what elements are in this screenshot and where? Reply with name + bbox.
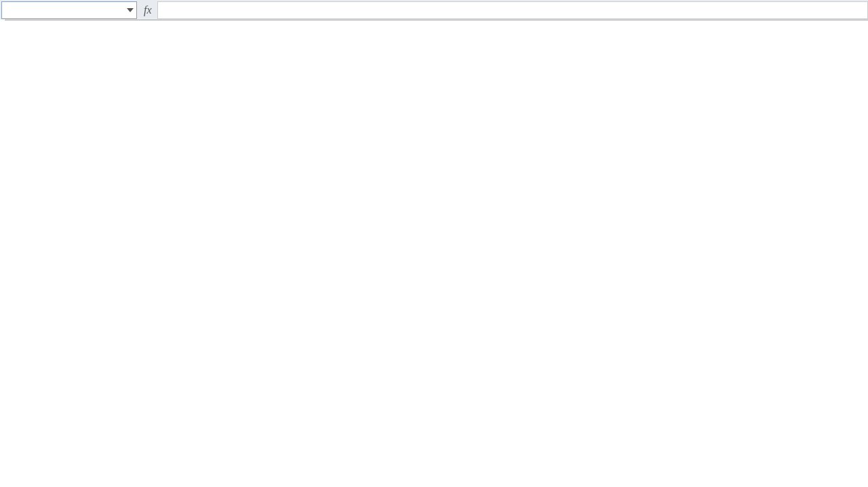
fx-icon[interactable]: fx	[144, 4, 152, 16]
namebox-row: fx	[0, 0, 868, 20]
name-box[interactable]	[1, 1, 137, 19]
formula-bar[interactable]	[157, 1, 868, 19]
chevron-down-icon[interactable]	[127, 8, 134, 12]
formula-bar-icons: fx	[144, 4, 152, 16]
